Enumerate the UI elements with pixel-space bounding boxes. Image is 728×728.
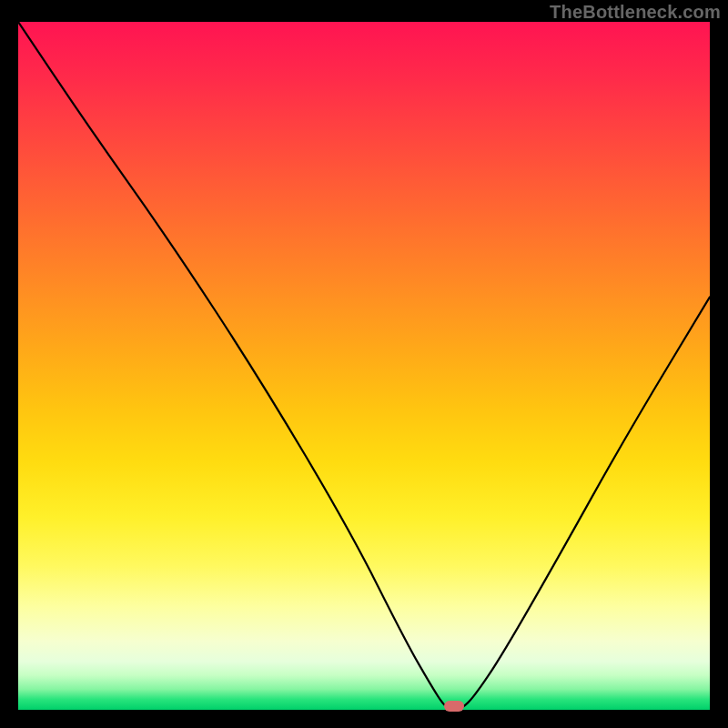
plot-area [18,22,710,710]
curve-path [18,22,710,710]
bottleneck-curve [18,22,710,710]
chart-frame: TheBottleneck.com [0,0,728,728]
optimal-point-marker [444,701,464,712]
watermark-text: TheBottleneck.com [550,2,721,23]
